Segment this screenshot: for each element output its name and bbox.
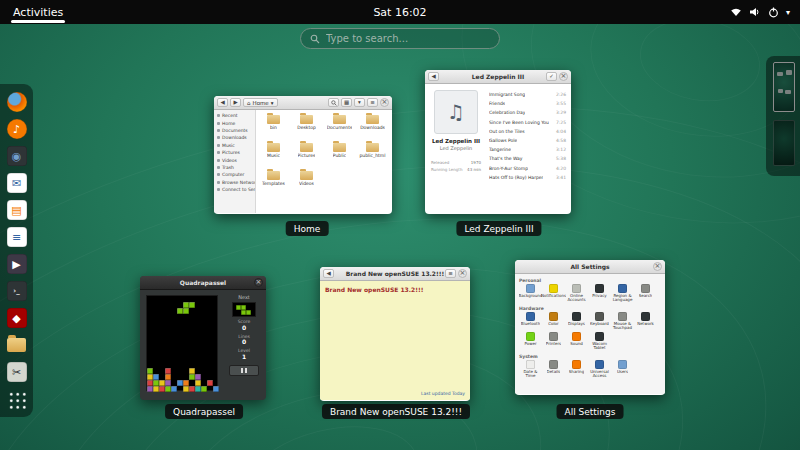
sidebar-item-pictures[interactable]: Pictures bbox=[214, 149, 255, 156]
files-grid: binDesktopDocumentsDownloadsMusicPicture… bbox=[256, 110, 392, 213]
settings-item-bluetooth[interactable]: Bluetooth bbox=[519, 312, 542, 331]
dock-item-software[interactable]: ◆ bbox=[5, 307, 29, 329]
file-downloads[interactable]: Downloads bbox=[356, 113, 389, 141]
music-note-icon: ♫ bbox=[447, 100, 465, 124]
track-duration: 3:55 bbox=[556, 101, 566, 106]
track-row[interactable]: Tangerine3:12 bbox=[489, 145, 566, 154]
album-meta-row: Released1970 bbox=[429, 160, 483, 165]
track-row[interactable]: Immigrant Song2:26 bbox=[489, 90, 566, 99]
file-videos[interactable]: Videos bbox=[290, 169, 323, 197]
track-row[interactable]: Hats Off to (Roy) Harper3:41 bbox=[489, 173, 566, 182]
select-button[interactable]: ✓ bbox=[546, 72, 557, 81]
dock-item-tools[interactable]: ✂ bbox=[5, 361, 29, 383]
sidebar-item-music[interactable]: Music bbox=[214, 142, 255, 149]
settings-item-color[interactable]: Color bbox=[542, 312, 565, 331]
settings-item-privacy[interactable]: Privacy bbox=[588, 284, 611, 303]
close-button[interactable]: × bbox=[254, 278, 263, 287]
sidebar-item-documents[interactable]: Documents bbox=[214, 127, 255, 134]
window-music[interactable]: ◀ Led Zeppelin III ✓ × ♫ Led Zeppelin II… bbox=[425, 70, 571, 214]
sidebar-item-trash[interactable]: Trash bbox=[214, 164, 255, 171]
dock-item-show-apps[interactable] bbox=[5, 388, 29, 410]
file-desktop[interactable]: Desktop bbox=[290, 113, 323, 141]
settings-item-search[interactable]: Search bbox=[634, 284, 657, 303]
track-row[interactable]: Gallows Pole4:58 bbox=[489, 136, 566, 145]
settings-item-label: Date & Time bbox=[519, 370, 542, 379]
videos-icon: ▶ bbox=[7, 254, 27, 274]
settings-item-power[interactable]: Power bbox=[519, 332, 542, 351]
file-pictures[interactable]: Pictures bbox=[290, 141, 323, 169]
track-row[interactable]: Out on the Tiles4:04 bbox=[489, 127, 566, 136]
system-status-area[interactable]: ▾ bbox=[730, 0, 790, 24]
sidebar-item-videos[interactable]: Videos bbox=[214, 156, 255, 163]
dock-item-firefox[interactable] bbox=[5, 91, 29, 113]
dock-item-impress[interactable]: ▤ bbox=[5, 199, 29, 221]
dock-item-terminal[interactable]: ›_ bbox=[5, 280, 29, 302]
dock-item-files[interactable] bbox=[5, 334, 29, 356]
settings-item-mouse-touchpad[interactable]: Mouse & Touchpad bbox=[611, 312, 634, 331]
view-grid-button[interactable]: ▦ bbox=[341, 98, 352, 107]
mouse-touchpad-icon bbox=[618, 312, 627, 321]
back-button[interactable]: ◀ bbox=[428, 72, 439, 81]
track-row[interactable]: Friends3:55 bbox=[489, 99, 566, 108]
track-row[interactable]: Celebration Day3:29 bbox=[489, 108, 566, 117]
close-button[interactable]: × bbox=[458, 269, 467, 278]
forward-button[interactable]: ▶ bbox=[230, 98, 241, 107]
settings-item-sound[interactable]: Sound bbox=[565, 332, 588, 351]
sidebar-item-home[interactable]: Home bbox=[214, 119, 255, 126]
sidebar-item-recent[interactable]: Recent bbox=[214, 112, 255, 119]
file-public[interactable]: Public bbox=[323, 141, 356, 169]
note-body[interactable]: Brand New openSUSE 13.2!!! Last updated … bbox=[320, 281, 470, 400]
dock-item-writer[interactable]: ≡ bbox=[5, 226, 29, 248]
file-bin[interactable]: bin bbox=[257, 113, 290, 141]
pause-button[interactable] bbox=[229, 365, 259, 376]
settings-item-universal-access[interactable]: Universal Access bbox=[588, 360, 611, 379]
track-row[interactable]: Since I've Been Loving You7:25 bbox=[489, 118, 566, 127]
sidebar-item-downloads[interactable]: Downloads bbox=[214, 134, 255, 141]
window-quadrapassel[interactable]: Quadrapassel × Next Score0Lines0Level1 bbox=[140, 276, 266, 400]
window-note[interactable]: ◀ Brand New openSUSE 13.2!!! ≡ × Brand N… bbox=[320, 267, 470, 401]
sidebar-item-browse-network[interactable]: Browse Network bbox=[214, 179, 255, 186]
settings-item-keyboard[interactable]: Keyboard bbox=[588, 312, 611, 331]
file-music[interactable]: Music bbox=[257, 141, 290, 169]
back-button[interactable]: ◀ bbox=[217, 98, 228, 107]
window-home[interactable]: ◀ ▶ ⌂ Home ▾ ▦ ▾ ≡ × RecentHomeDocuments… bbox=[214, 96, 392, 214]
file-templates[interactable]: Templates bbox=[257, 169, 290, 197]
settings-item-online-accounts[interactable]: Online Accounts bbox=[565, 284, 588, 303]
dock-item-videos[interactable]: ▶ bbox=[5, 253, 29, 275]
settings-item-region-language[interactable]: Region & Language bbox=[611, 284, 634, 303]
sidebar-item-computer[interactable]: Computer bbox=[214, 171, 255, 178]
close-button[interactable]: × bbox=[559, 72, 568, 81]
settings-item-sharing[interactable]: Sharing bbox=[565, 360, 588, 379]
settings-item-details[interactable]: Details bbox=[542, 360, 565, 379]
settings-item-users[interactable]: Users bbox=[611, 360, 634, 379]
file-label: Pictures bbox=[298, 153, 316, 158]
settings-item-notifications[interactable]: Notifications bbox=[542, 284, 565, 303]
search-button[interactable] bbox=[328, 98, 339, 107]
menu-button[interactable]: ≡ bbox=[367, 98, 378, 107]
activities-button[interactable]: Activities bbox=[10, 1, 66, 24]
menu-button[interactable]: ≡ bbox=[445, 269, 456, 278]
settings-item-wacom-tablet[interactable]: Wacom Tablet bbox=[588, 332, 611, 351]
settings-item-displays[interactable]: Displays bbox=[565, 312, 588, 331]
clock[interactable]: Sat 16:02 bbox=[373, 6, 426, 19]
close-button[interactable]: × bbox=[653, 262, 662, 271]
dock-item-photos[interactable]: ◉ bbox=[5, 145, 29, 167]
path-button[interactable]: ⌂ Home ▾ bbox=[243, 98, 278, 107]
dock-item-mail[interactable]: ✉ bbox=[5, 172, 29, 194]
track-row[interactable]: Bron-Y-Aur Stomp4:20 bbox=[489, 164, 566, 173]
settings-item-printers[interactable]: Printers bbox=[542, 332, 565, 351]
view-options-button[interactable]: ▾ bbox=[354, 98, 365, 107]
file-documents[interactable]: Documents bbox=[323, 113, 356, 141]
power-icon bbox=[768, 7, 779, 18]
window-settings[interactable]: All Settings × PersonalBackgroundNotific… bbox=[515, 260, 665, 395]
track-row[interactable]: That's the Way5:38 bbox=[489, 154, 566, 163]
sidebar-item-connect-to-server[interactable]: Connect to Server bbox=[214, 186, 255, 193]
file-public-html[interactable]: public_html bbox=[356, 141, 389, 169]
settings-item-network[interactable]: Network bbox=[634, 312, 657, 331]
settings-item-background[interactable]: Background bbox=[519, 284, 542, 303]
settings-item-date-time[interactable]: Date & Time bbox=[519, 360, 542, 379]
dock-item-music[interactable]: ♪ bbox=[5, 118, 29, 140]
search-input[interactable] bbox=[326, 33, 490, 44]
back-button[interactable]: ◀ bbox=[323, 269, 334, 278]
close-button[interactable]: × bbox=[380, 98, 389, 107]
